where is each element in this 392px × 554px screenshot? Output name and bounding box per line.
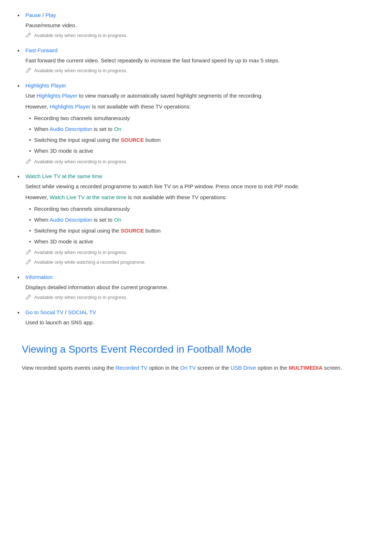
sublist-item-wlt-1: Recording two channels simultaneously	[29, 205, 370, 213]
sublist-item-wlt-2: When Audio Description is set to On	[29, 216, 370, 224]
note-fast-forward: Available only when recording is in prog…	[25, 67, 370, 75]
link-source-wlt[interactable]: SOURCE	[121, 227, 144, 234]
section-title-sports-event: Viewing a Sports Event Recorded in Footb…	[22, 341, 370, 358]
item-body-information: Displays detailed information about the …	[25, 283, 370, 292]
list-item-fast-forward: Fast Forward Fast forward the current vi…	[22, 46, 370, 75]
pencil-icon-3	[25, 159, 31, 164]
link-highlights-player-inline-2[interactable]: Highlights Player	[50, 103, 91, 110]
sublist-item-wlt-3: Switching the input signal using the SOU…	[29, 226, 370, 235]
link-highlights-player[interactable]: Highlights Player	[25, 82, 66, 89]
pencil-icon-6	[25, 294, 31, 300]
item-title-pause-play: Pause / Play	[25, 11, 370, 20]
main-list: Pause / Play Pause/resume video. Availab…	[22, 11, 370, 327]
list-item-social-tv: Go to Social TV / SOCIAL TV Used to laun…	[22, 308, 370, 327]
link-pause[interactable]: Pause	[25, 12, 41, 18]
link-watch-live-tv[interactable]: Watch Live TV at the same time	[25, 173, 102, 179]
sublist-item-hp-1: Recording two channels simultaneously	[29, 114, 370, 123]
note-text-highlights-player: Available only when recording is in prog…	[34, 158, 127, 166]
link-highlights-player-inline-1[interactable]: Highlights Player	[37, 93, 78, 99]
note-text-information: Available only when recording is in prog…	[34, 294, 127, 301]
link-watch-live-tv-inline[interactable]: Watch Live TV at the same time	[50, 194, 127, 200]
list-item-highlights-player: Highlights Player Use Highlights Player …	[22, 81, 370, 166]
sublist-item-wlt-4: When 3D mode is active	[29, 237, 370, 246]
item-title-watch-live-tv: Watch Live TV at the same time	[25, 172, 370, 181]
link-go-to-social-tv[interactable]: Go to Social TV	[25, 309, 64, 315]
item-title-information: Information	[25, 273, 370, 282]
list-item-pause-play: Pause / Play Pause/resume video. Availab…	[22, 11, 370, 40]
note-text-pause-play: Available only when recording is in prog…	[34, 32, 127, 40]
link-recorded-tv[interactable]: Recorded TV	[115, 365, 147, 371]
separator-1: /	[41, 12, 46, 18]
section-sports-event: Viewing a Sports Event Recorded in Footb…	[22, 341, 370, 373]
link-multimedia[interactable]: MULTIMEDIA	[289, 365, 322, 371]
note-watch-live-tv-2: Available only while watching a recorded…	[25, 259, 370, 266]
link-audio-desc-hp[interactable]: Audio Description	[50, 126, 93, 132]
pencil-icon-2	[25, 67, 31, 73]
link-on-tv[interactable]: On TV	[180, 365, 196, 371]
item-body-fast-forward: Fast forward the current video. Select r…	[25, 56, 370, 65]
link-social-tv[interactable]: SOCIAL TV	[68, 309, 96, 315]
item-body-pause-play: Pause/resume video.	[25, 21, 370, 30]
link-on-wlt[interactable]: On	[114, 217, 121, 223]
note-watch-live-tv-1: Available only when recording is in prog…	[25, 249, 370, 257]
link-fast-forward[interactable]: Fast Forward	[25, 47, 57, 53]
link-usb-drive[interactable]: USB Drive	[230, 365, 256, 371]
sublist-item-hp-3: Switching the input signal using the SOU…	[29, 136, 370, 144]
link-source-hp[interactable]: SOURCE	[121, 137, 144, 143]
item-body-social-tv: Used to launch an SNS app.	[25, 318, 370, 327]
section-body-sports-event: View recorded sports events using the Re…	[22, 364, 370, 373]
note-highlights-player: Available only when recording is in prog…	[25, 158, 370, 166]
sublist-item-hp-4: When 3D mode is active	[29, 147, 370, 155]
pencil-icon	[25, 32, 31, 38]
item-body-watch-live-tv-1: Select while viewing a recorded programm…	[25, 182, 370, 191]
link-audio-desc-wlt[interactable]: Audio Description	[50, 217, 93, 223]
item-title-fast-forward: Fast Forward	[25, 46, 370, 55]
note-pause-play: Available only when recording is in prog…	[25, 32, 370, 40]
link-on-hp[interactable]: On	[114, 126, 121, 132]
link-play[interactable]: Play	[45, 12, 56, 18]
list-item-watch-live-tv: Watch Live TV at the same time Select wh…	[22, 172, 370, 266]
sublist-watch-live-tv: Recording two channels simultaneously Wh…	[25, 205, 370, 246]
note-text-wlt-1: Available only when recording is in prog…	[34, 249, 127, 257]
item-body-watch-live-tv-2: However, Watch Live TV at the same time …	[25, 193, 370, 202]
link-information[interactable]: Information	[25, 274, 53, 280]
item-title-highlights-player: Highlights Player	[25, 81, 370, 90]
note-text-fast-forward: Available only when recording is in prog…	[34, 67, 127, 75]
sublist-item-hp-2: When Audio Description is set to On	[29, 125, 370, 134]
pencil-icon-4	[25, 249, 31, 255]
pencil-icon-5	[25, 259, 31, 265]
list-item-information: Information Displays detailed informatio…	[22, 273, 370, 301]
note-information: Available only when recording is in prog…	[25, 294, 370, 301]
item-body-highlights-player-2: However, Highlights Player is not availa…	[25, 102, 370, 111]
note-text-wlt-2: Available only while watching a recorded…	[34, 259, 146, 266]
separator-social-tv: /	[64, 309, 68, 315]
sublist-highlights-player: Recording two channels simultaneously Wh…	[25, 114, 370, 155]
item-title-social-tv: Go to Social TV / SOCIAL TV	[25, 308, 370, 317]
item-body-highlights-player-1: Use Highlights Player to view manually o…	[25, 91, 370, 100]
